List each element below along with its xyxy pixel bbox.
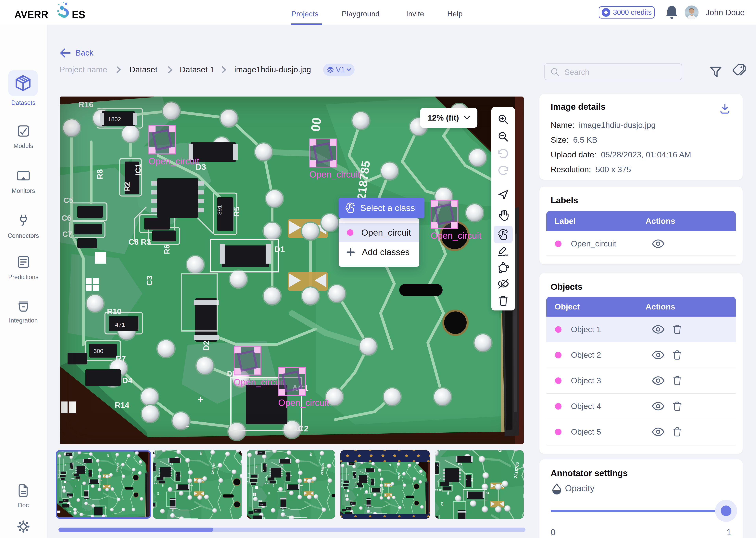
svg-text:ES: ES <box>72 9 85 21</box>
svg-text:AVERR: AVERR <box>14 9 48 21</box>
